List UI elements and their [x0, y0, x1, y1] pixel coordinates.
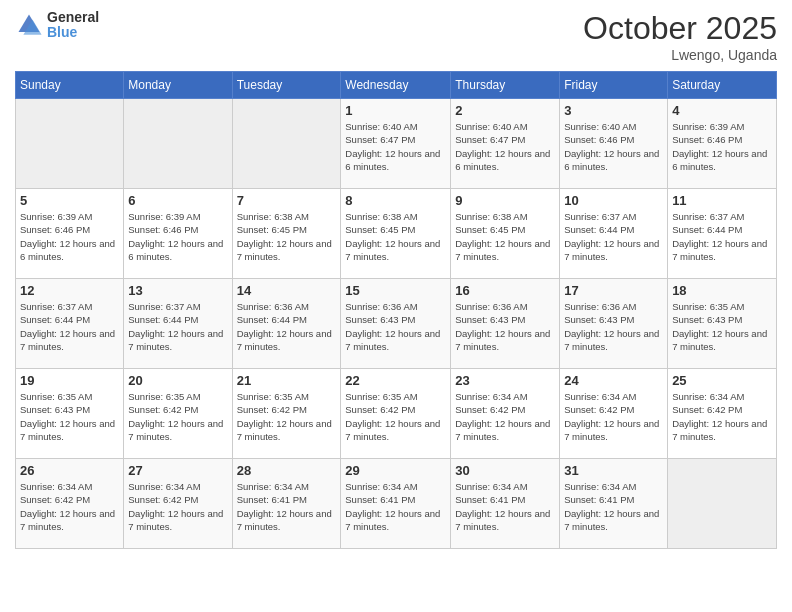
logo-text: General Blue	[47, 10, 99, 41]
day-number: 25	[672, 373, 772, 388]
day-info: Sunrise: 6:34 AM Sunset: 6:41 PM Dayligh…	[564, 480, 663, 533]
day-number: 5	[20, 193, 119, 208]
calendar-cell: 16Sunrise: 6:36 AM Sunset: 6:43 PM Dayli…	[451, 279, 560, 369]
day-number: 29	[345, 463, 446, 478]
day-info: Sunrise: 6:35 AM Sunset: 6:42 PM Dayligh…	[128, 390, 227, 443]
day-info: Sunrise: 6:37 AM Sunset: 6:44 PM Dayligh…	[564, 210, 663, 263]
calendar-cell: 29Sunrise: 6:34 AM Sunset: 6:41 PM Dayli…	[341, 459, 451, 549]
day-info: Sunrise: 6:39 AM Sunset: 6:46 PM Dayligh…	[20, 210, 119, 263]
day-number: 7	[237, 193, 337, 208]
calendar-cell: 12Sunrise: 6:37 AM Sunset: 6:44 PM Dayli…	[16, 279, 124, 369]
day-number: 26	[20, 463, 119, 478]
day-number: 10	[564, 193, 663, 208]
day-info: Sunrise: 6:34 AM Sunset: 6:42 PM Dayligh…	[564, 390, 663, 443]
day-info: Sunrise: 6:36 AM Sunset: 6:43 PM Dayligh…	[345, 300, 446, 353]
calendar-cell: 6Sunrise: 6:39 AM Sunset: 6:46 PM Daylig…	[124, 189, 232, 279]
calendar-week-row: 1Sunrise: 6:40 AM Sunset: 6:47 PM Daylig…	[16, 99, 777, 189]
calendar-week-row: 12Sunrise: 6:37 AM Sunset: 6:44 PM Dayli…	[16, 279, 777, 369]
day-number: 22	[345, 373, 446, 388]
day-info: Sunrise: 6:36 AM Sunset: 6:43 PM Dayligh…	[455, 300, 555, 353]
weekday-header-monday: Monday	[124, 72, 232, 99]
calendar-cell: 27Sunrise: 6:34 AM Sunset: 6:42 PM Dayli…	[124, 459, 232, 549]
day-info: Sunrise: 6:34 AM Sunset: 6:42 PM Dayligh…	[128, 480, 227, 533]
day-info: Sunrise: 6:38 AM Sunset: 6:45 PM Dayligh…	[345, 210, 446, 263]
calendar-cell: 2Sunrise: 6:40 AM Sunset: 6:47 PM Daylig…	[451, 99, 560, 189]
day-info: Sunrise: 6:34 AM Sunset: 6:41 PM Dayligh…	[345, 480, 446, 533]
day-info: Sunrise: 6:37 AM Sunset: 6:44 PM Dayligh…	[672, 210, 772, 263]
weekday-header-thursday: Thursday	[451, 72, 560, 99]
day-number: 4	[672, 103, 772, 118]
day-number: 3	[564, 103, 663, 118]
calendar-cell: 17Sunrise: 6:36 AM Sunset: 6:43 PM Dayli…	[560, 279, 668, 369]
calendar-cell: 21Sunrise: 6:35 AM Sunset: 6:42 PM Dayli…	[232, 369, 341, 459]
day-info: Sunrise: 6:36 AM Sunset: 6:44 PM Dayligh…	[237, 300, 337, 353]
calendar-cell: 5Sunrise: 6:39 AM Sunset: 6:46 PM Daylig…	[16, 189, 124, 279]
calendar-cell: 19Sunrise: 6:35 AM Sunset: 6:43 PM Dayli…	[16, 369, 124, 459]
calendar-cell: 8Sunrise: 6:38 AM Sunset: 6:45 PM Daylig…	[341, 189, 451, 279]
logo-icon	[15, 11, 43, 39]
calendar-cell: 20Sunrise: 6:35 AM Sunset: 6:42 PM Dayli…	[124, 369, 232, 459]
day-number: 16	[455, 283, 555, 298]
day-number: 9	[455, 193, 555, 208]
day-number: 13	[128, 283, 227, 298]
calendar-table: SundayMondayTuesdayWednesdayThursdayFrid…	[15, 71, 777, 549]
weekday-header-row: SundayMondayTuesdayWednesdayThursdayFrid…	[16, 72, 777, 99]
day-info: Sunrise: 6:37 AM Sunset: 6:44 PM Dayligh…	[20, 300, 119, 353]
day-info: Sunrise: 6:34 AM Sunset: 6:42 PM Dayligh…	[20, 480, 119, 533]
logo-general: General	[47, 10, 99, 25]
day-number: 12	[20, 283, 119, 298]
weekday-header-sunday: Sunday	[16, 72, 124, 99]
day-info: Sunrise: 6:34 AM Sunset: 6:42 PM Dayligh…	[455, 390, 555, 443]
day-number: 6	[128, 193, 227, 208]
day-info: Sunrise: 6:38 AM Sunset: 6:45 PM Dayligh…	[237, 210, 337, 263]
day-info: Sunrise: 6:34 AM Sunset: 6:42 PM Dayligh…	[672, 390, 772, 443]
day-info: Sunrise: 6:40 AM Sunset: 6:46 PM Dayligh…	[564, 120, 663, 173]
calendar-cell: 15Sunrise: 6:36 AM Sunset: 6:43 PM Dayli…	[341, 279, 451, 369]
day-number: 19	[20, 373, 119, 388]
calendar-cell: 11Sunrise: 6:37 AM Sunset: 6:44 PM Dayli…	[668, 189, 777, 279]
day-info: Sunrise: 6:40 AM Sunset: 6:47 PM Dayligh…	[455, 120, 555, 173]
location: Lwengo, Uganda	[583, 47, 777, 63]
calendar-cell: 31Sunrise: 6:34 AM Sunset: 6:41 PM Dayli…	[560, 459, 668, 549]
day-number: 8	[345, 193, 446, 208]
calendar-cell: 7Sunrise: 6:38 AM Sunset: 6:45 PM Daylig…	[232, 189, 341, 279]
day-number: 27	[128, 463, 227, 478]
calendar-cell: 28Sunrise: 6:34 AM Sunset: 6:41 PM Dayli…	[232, 459, 341, 549]
weekday-header-saturday: Saturday	[668, 72, 777, 99]
day-info: Sunrise: 6:39 AM Sunset: 6:46 PM Dayligh…	[672, 120, 772, 173]
calendar-cell	[16, 99, 124, 189]
day-number: 28	[237, 463, 337, 478]
calendar-week-row: 5Sunrise: 6:39 AM Sunset: 6:46 PM Daylig…	[16, 189, 777, 279]
calendar-cell: 13Sunrise: 6:37 AM Sunset: 6:44 PM Dayli…	[124, 279, 232, 369]
day-number: 18	[672, 283, 772, 298]
day-info: Sunrise: 6:35 AM Sunset: 6:42 PM Dayligh…	[345, 390, 446, 443]
calendar-cell: 9Sunrise: 6:38 AM Sunset: 6:45 PM Daylig…	[451, 189, 560, 279]
day-info: Sunrise: 6:38 AM Sunset: 6:45 PM Dayligh…	[455, 210, 555, 263]
day-info: Sunrise: 6:35 AM Sunset: 6:43 PM Dayligh…	[672, 300, 772, 353]
day-info: Sunrise: 6:40 AM Sunset: 6:47 PM Dayligh…	[345, 120, 446, 173]
day-number: 21	[237, 373, 337, 388]
calendar-week-row: 19Sunrise: 6:35 AM Sunset: 6:43 PM Dayli…	[16, 369, 777, 459]
calendar-cell: 24Sunrise: 6:34 AM Sunset: 6:42 PM Dayli…	[560, 369, 668, 459]
calendar-cell: 26Sunrise: 6:34 AM Sunset: 6:42 PM Dayli…	[16, 459, 124, 549]
weekday-header-wednesday: Wednesday	[341, 72, 451, 99]
day-number: 24	[564, 373, 663, 388]
calendar-cell: 23Sunrise: 6:34 AM Sunset: 6:42 PM Dayli…	[451, 369, 560, 459]
day-info: Sunrise: 6:37 AM Sunset: 6:44 PM Dayligh…	[128, 300, 227, 353]
day-number: 23	[455, 373, 555, 388]
calendar-week-row: 26Sunrise: 6:34 AM Sunset: 6:42 PM Dayli…	[16, 459, 777, 549]
calendar-cell: 10Sunrise: 6:37 AM Sunset: 6:44 PM Dayli…	[560, 189, 668, 279]
day-info: Sunrise: 6:36 AM Sunset: 6:43 PM Dayligh…	[564, 300, 663, 353]
calendar-cell	[668, 459, 777, 549]
calendar-cell: 4Sunrise: 6:39 AM Sunset: 6:46 PM Daylig…	[668, 99, 777, 189]
month-title: October 2025	[583, 10, 777, 47]
day-number: 11	[672, 193, 772, 208]
day-info: Sunrise: 6:35 AM Sunset: 6:42 PM Dayligh…	[237, 390, 337, 443]
day-number: 15	[345, 283, 446, 298]
calendar-cell: 18Sunrise: 6:35 AM Sunset: 6:43 PM Dayli…	[668, 279, 777, 369]
calendar-cell: 22Sunrise: 6:35 AM Sunset: 6:42 PM Dayli…	[341, 369, 451, 459]
calendar-cell	[232, 99, 341, 189]
day-number: 17	[564, 283, 663, 298]
calendar-cell: 1Sunrise: 6:40 AM Sunset: 6:47 PM Daylig…	[341, 99, 451, 189]
day-info: Sunrise: 6:34 AM Sunset: 6:41 PM Dayligh…	[237, 480, 337, 533]
